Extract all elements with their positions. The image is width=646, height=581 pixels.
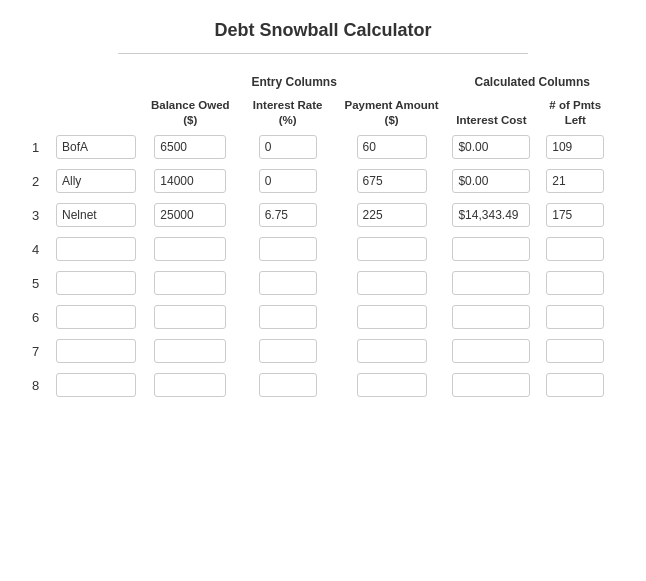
balance-input[interactable] [154, 373, 226, 397]
balance-input[interactable] [154, 271, 226, 295]
interest-rate-input[interactable] [259, 203, 317, 227]
interest-rate-input[interactable] [259, 373, 317, 397]
row-num: 8 [30, 368, 52, 402]
interest-rate-input[interactable] [259, 339, 317, 363]
interest-rate-input[interactable] [259, 305, 317, 329]
payment-input[interactable] [357, 169, 427, 193]
payment-input[interactable] [357, 271, 427, 295]
row-num: 2 [30, 164, 52, 198]
interest-cost-display [452, 339, 530, 363]
creditor-input[interactable] [56, 373, 136, 397]
row-num: 3 [30, 198, 52, 232]
table-row: 5 [30, 266, 616, 300]
interest-cost-display [452, 237, 530, 261]
payment-input[interactable] [357, 305, 427, 329]
col-header-creditor [52, 72, 140, 130]
interest-cost-display [452, 169, 530, 193]
col-header-balance: Balance Owed ($) [140, 95, 241, 131]
num-payments-display [546, 305, 604, 329]
interest-rate-input[interactable] [259, 271, 317, 295]
interest-rate-input[interactable] [259, 135, 317, 159]
interest-cost-display [452, 271, 530, 295]
table-row: 4 [30, 232, 616, 266]
page-title: Debt Snowball Calculator [30, 20, 616, 41]
interest-rate-input[interactable] [259, 169, 317, 193]
num-payments-display [546, 373, 604, 397]
payment-input[interactable] [357, 339, 427, 363]
col-header-num-payments: # of Pmts Left [534, 95, 616, 131]
num-payments-display [546, 339, 604, 363]
col-header-payment: Payment Amount ($) [335, 95, 449, 131]
row-num: 7 [30, 334, 52, 368]
divider [118, 53, 528, 54]
payment-input[interactable] [357, 237, 427, 261]
num-payments-display [546, 169, 604, 193]
num-payments-display [546, 237, 604, 261]
balance-input[interactable] [154, 339, 226, 363]
col-header-interest-rate: Interest Rate (%) [241, 95, 335, 131]
payment-input[interactable] [357, 203, 427, 227]
row-num: 4 [30, 232, 52, 266]
payment-input[interactable] [357, 135, 427, 159]
creditor-input[interactable] [56, 135, 136, 159]
debt-table: Entry Columns Calculated Columns Balance… [30, 72, 616, 402]
interest-rate-input[interactable] [259, 237, 317, 261]
balance-input[interactable] [154, 203, 226, 227]
creditor-input[interactable] [56, 305, 136, 329]
creditor-input[interactable] [56, 169, 136, 193]
group-header-entry: Entry Columns [140, 72, 448, 95]
num-payments-display [546, 271, 604, 295]
table-row: 8 [30, 368, 616, 402]
row-num: 1 [30, 130, 52, 164]
table-row: 3 [30, 198, 616, 232]
col-header-interest-cost: Interest Cost [448, 95, 534, 131]
interest-cost-display [452, 305, 530, 329]
interest-cost-display [452, 373, 530, 397]
creditor-input[interactable] [56, 339, 136, 363]
table-row: 7 [30, 334, 616, 368]
num-payments-display [546, 135, 604, 159]
creditor-input[interactable] [56, 237, 136, 261]
balance-input[interactable] [154, 135, 226, 159]
table-row: 6 [30, 300, 616, 334]
table-row: 2 [30, 164, 616, 198]
table-row: 1 [30, 130, 616, 164]
payment-input[interactable] [357, 373, 427, 397]
row-num: 6 [30, 300, 52, 334]
group-header-calculated: Calculated Columns [448, 72, 616, 95]
interest-cost-display [452, 203, 530, 227]
creditor-input[interactable] [56, 271, 136, 295]
balance-input[interactable] [154, 305, 226, 329]
num-payments-display [546, 203, 604, 227]
creditor-input[interactable] [56, 203, 136, 227]
balance-input[interactable] [154, 169, 226, 193]
col-header-num [30, 72, 52, 130]
balance-input[interactable] [154, 237, 226, 261]
row-num: 5 [30, 266, 52, 300]
interest-cost-display [452, 135, 530, 159]
